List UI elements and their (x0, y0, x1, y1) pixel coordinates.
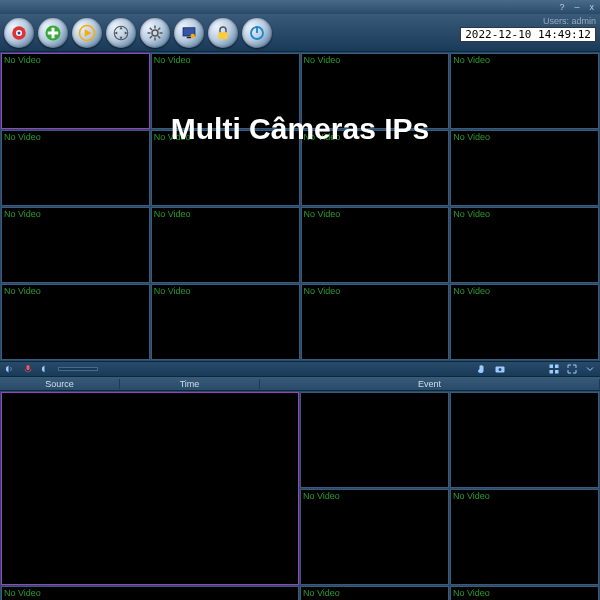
col-source[interactable]: Source (0, 379, 120, 389)
camera-cell[interactable]: No Video (450, 207, 599, 283)
chevron-down-icon[interactable] (584, 363, 596, 375)
camera-cell[interactable]: No Video (300, 586, 449, 600)
monitor-button[interactable] (174, 18, 204, 48)
svg-line-20 (150, 36, 152, 38)
clock-display: 2022-12-10 14:49:12 (460, 27, 596, 42)
camera-cell[interactable]: No Video (301, 53, 450, 129)
col-time[interactable]: Time (120, 379, 260, 389)
svg-point-2 (18, 31, 21, 34)
hand-icon[interactable] (476, 363, 488, 375)
audio-icon[interactable] (4, 363, 16, 375)
mic-icon[interactable] (22, 363, 34, 375)
no-video-label: No Video (453, 491, 490, 501)
camera-grid-bottom: No Video No Video No Video No Video No V… (0, 391, 600, 600)
svg-marker-7 (85, 29, 92, 37)
no-video-label: No Video (304, 286, 341, 296)
no-video-label: No Video (4, 132, 41, 142)
grid-layout-icon[interactable] (548, 363, 560, 375)
camera-cell[interactable]: No Video (151, 284, 300, 360)
svg-point-24 (191, 33, 196, 38)
camera-cell[interactable]: No Video (151, 130, 300, 206)
svg-rect-31 (550, 365, 554, 369)
lock-button[interactable] (208, 18, 238, 48)
no-video-label: No Video (453, 55, 490, 65)
no-video-label: No Video (303, 588, 340, 598)
no-video-label: No Video (304, 132, 341, 142)
help-button[interactable]: ? (559, 2, 564, 12)
no-video-label: No Video (453, 588, 490, 598)
camera-cell[interactable]: No Video (450, 586, 599, 600)
camera-cell[interactable]: No Video (1, 130, 150, 206)
camera-cell[interactable]: No Video (151, 53, 300, 129)
no-video-label: No Video (304, 209, 341, 219)
svg-point-13 (152, 30, 158, 36)
no-video-label: No Video (4, 209, 41, 219)
camera-cell[interactable]: No Video (450, 53, 599, 129)
fullscreen-icon[interactable] (566, 363, 578, 375)
svg-rect-34 (555, 370, 559, 374)
camera-cell[interactable]: No Video (450, 489, 599, 585)
main-toolbar: Users: admin 2022-12-10 14:49:12 (0, 14, 600, 52)
window-titlebar: ? – x (0, 0, 600, 14)
minimize-button[interactable]: – (574, 2, 579, 12)
camera-cell[interactable]: No Video (450, 284, 599, 360)
no-video-label: No Video (154, 209, 191, 219)
camera-cell[interactable]: No Video (301, 130, 450, 206)
no-video-label: No Video (304, 55, 341, 65)
close-button[interactable]: x (590, 2, 595, 12)
no-video-label: No Video (154, 286, 191, 296)
no-video-label: No Video (4, 588, 41, 598)
no-video-label: No Video (453, 286, 490, 296)
mid-toolbar (0, 361, 600, 377)
svg-line-21 (158, 27, 160, 29)
no-video-label: No Video (4, 286, 41, 296)
no-video-label: No Video (4, 55, 41, 65)
camera-cell[interactable]: No Video (301, 284, 450, 360)
camera-cell[interactable]: No Video (300, 489, 449, 585)
event-log-header: Source Time Event (0, 377, 600, 391)
svg-rect-25 (219, 32, 228, 39)
volume-slider[interactable] (58, 367, 98, 371)
camera-cell[interactable] (450, 392, 599, 488)
svg-rect-28 (27, 365, 30, 370)
ptz-button[interactable] (106, 18, 136, 48)
users-label: Users: admin (543, 16, 596, 26)
no-video-label: No Video (453, 132, 490, 142)
svg-rect-33 (550, 370, 554, 374)
camera-cell-large[interactable] (1, 392, 299, 585)
no-video-label: No Video (453, 209, 490, 219)
camera-cell[interactable]: No Video (450, 130, 599, 206)
svg-rect-23 (187, 36, 192, 38)
camera-cell[interactable]: No Video (1, 586, 299, 600)
settings-button[interactable] (140, 18, 170, 48)
snapshot-icon[interactable] (494, 363, 506, 375)
camera-cell[interactable]: No Video (1, 284, 150, 360)
camera-cell[interactable] (300, 392, 449, 488)
camera-grid-top: No Video No Video No Video No Video No V… (0, 52, 600, 361)
camera-cell[interactable]: No Video (301, 207, 450, 283)
svg-line-19 (158, 36, 160, 38)
volume-icon[interactable] (40, 363, 52, 375)
no-video-label: No Video (303, 491, 340, 501)
add-device-button[interactable] (38, 18, 68, 48)
svg-line-18 (150, 27, 152, 29)
svg-rect-32 (555, 365, 559, 369)
svg-rect-5 (48, 31, 59, 34)
live-view-button[interactable] (4, 18, 34, 48)
no-video-label: No Video (154, 55, 191, 65)
svg-point-30 (499, 368, 502, 371)
playback-button[interactable] (72, 18, 102, 48)
camera-cell[interactable]: No Video (1, 53, 150, 129)
camera-cell[interactable]: No Video (151, 207, 300, 283)
camera-cell[interactable]: No Video (1, 207, 150, 283)
no-video-label: No Video (154, 132, 191, 142)
col-event[interactable]: Event (260, 379, 600, 389)
power-button[interactable] (242, 18, 272, 48)
